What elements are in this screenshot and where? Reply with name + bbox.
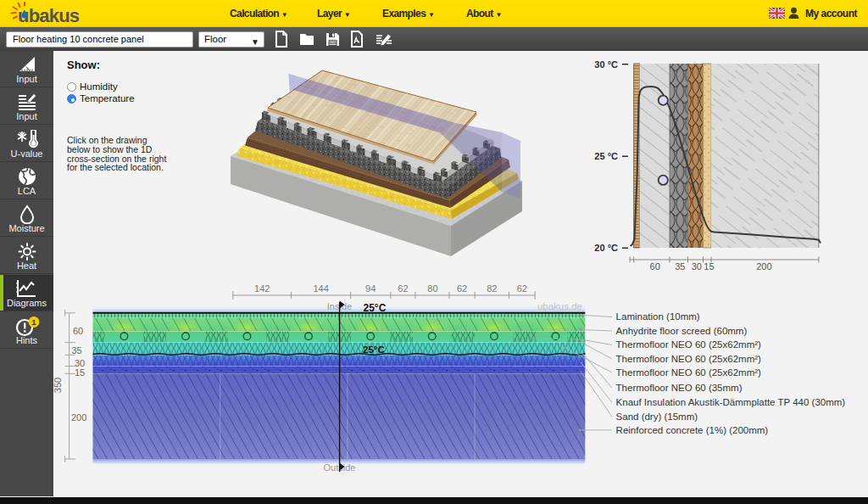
svg-text:35: 35: [72, 345, 82, 356]
svg-text:60: 60: [73, 326, 83, 336]
svg-text:Sand (dry) (15mm): Sand (dry) (15mm): [616, 412, 698, 422]
svg-text:15: 15: [704, 261, 714, 272]
svg-text:60: 60: [650, 261, 660, 272]
svg-text:200: 200: [71, 412, 86, 423]
svg-text:82: 82: [487, 283, 497, 294]
svg-text:30: 30: [692, 261, 702, 272]
svg-text:25°C: 25°C: [364, 302, 387, 314]
svg-text:62: 62: [457, 283, 467, 294]
svg-text:Thermofloor NEO 60 (25x62mm²): Thermofloor NEO 60 (25x62mm²): [616, 354, 761, 364]
svg-text:1: 1: [31, 317, 36, 327]
svg-text:15: 15: [75, 367, 85, 378]
svg-text:80: 80: [427, 283, 437, 294]
svg-text:ubakus.de: ubakus.de: [537, 301, 582, 311]
svg-text:25 °C: 25 °C: [594, 151, 618, 161]
svg-text:62: 62: [398, 283, 408, 294]
svg-text:25°C: 25°C: [363, 344, 385, 355]
svg-text:20 °C: 20 °C: [594, 243, 618, 253]
svg-text:Anhydrite floor screed (60mm): Anhydrite floor screed (60mm): [616, 326, 748, 336]
svg-text:350: 350: [53, 378, 63, 393]
svg-text:Lamination (10mm): Lamination (10mm): [616, 311, 700, 322]
svg-text:142: 142: [254, 283, 270, 294]
svg-text:Knauf Insulation Akustik-Dämmp: Knauf Insulation Akustik-Dämmplatte TP 4…: [616, 397, 846, 407]
svg-text:Thermofloor NEO 60 (35mm): Thermofloor NEO 60 (35mm): [616, 383, 743, 393]
svg-text:30 °C: 30 °C: [594, 59, 618, 70]
svg-text:35: 35: [675, 261, 685, 272]
svg-text:144: 144: [313, 283, 328, 294]
svg-text:200: 200: [756, 261, 771, 272]
svg-text:Thermofloor NEO 60 (25x62mm²): Thermofloor NEO 60 (25x62mm²): [616, 339, 761, 350]
svg-text:62: 62: [517, 283, 527, 294]
svg-text:94: 94: [365, 283, 376, 294]
svg-text:Reinforced concrete (1%) (200m: Reinforced concrete (1%) (200mm): [616, 425, 769, 435]
svg-text:Thermofloor NEO 60 (25x62mm²): Thermofloor NEO 60 (25x62mm²): [616, 367, 761, 378]
